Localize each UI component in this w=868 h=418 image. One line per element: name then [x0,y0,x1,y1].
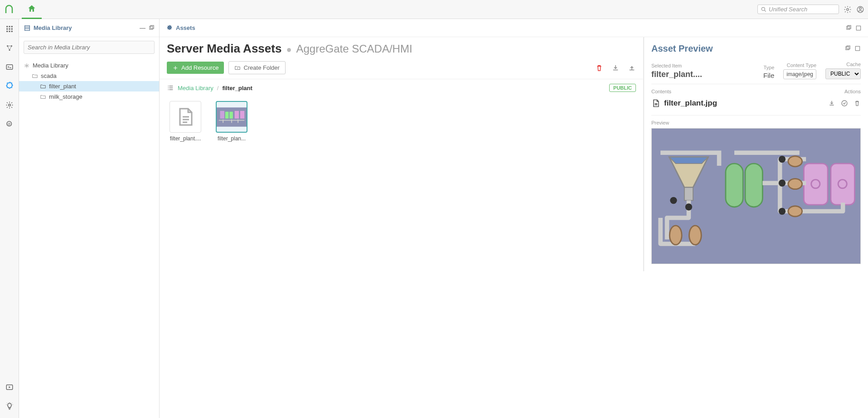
delete-icon[interactable] [853,100,861,107]
svg-rect-5 [6,26,8,27]
filename: filter_plant.jpg [664,99,717,108]
svg-point-55 [689,226,701,245]
tree-item-label: scada [41,72,57,79]
svg-point-27 [26,65,28,67]
tree-item-label: milk_storage [49,93,82,100]
create-folder-button[interactable]: Create Folder [228,61,285,74]
svg-rect-30 [856,26,860,30]
list-icon[interactable] [167,84,174,91]
search-icon [761,6,767,13]
app-logo [4,4,15,15]
svg-rect-6 [9,26,10,27]
folder-plus-icon [234,65,241,71]
add-resource-button[interactable]: Add Resource [167,62,224,74]
breadcrumb-current: filter_plant [222,85,252,91]
svg-point-0 [761,7,765,10]
svg-rect-43 [726,163,743,207]
rail-play-icon[interactable] [4,382,15,393]
popout-icon[interactable] [845,25,852,31]
preview-label: Preview [651,115,861,128]
rail-puzzle-icon[interactable] [4,81,15,91]
rail-gear-icon[interactable] [4,100,15,111]
tree-item-milk-storage[interactable]: milk_storage [19,91,159,102]
svg-rect-26 [150,25,154,29]
tree-item-filter-plant[interactable]: filter_plant [19,81,159,91]
tab-home[interactable] [22,0,42,19]
minimize-icon[interactable]: — [140,24,145,31]
svg-point-57 [788,179,802,189]
svg-rect-34 [229,111,233,118]
tree-root[interactable]: Media Library [19,60,159,71]
svg-point-2 [847,8,849,10]
svg-rect-39 [855,46,859,50]
grid-item-selected[interactable]: filter_plan... [213,101,250,142]
actions-label: Actions [844,89,861,94]
svg-point-18 [8,104,10,106]
tree-item-label: filter_plant [49,83,76,90]
svg-rect-32 [220,111,224,118]
maximize-icon[interactable] [855,25,862,31]
rail-terminal-icon[interactable] [4,62,15,72]
sidebar-search-input[interactable] [24,41,155,54]
rail-zoom-icon[interactable]: @ [4,119,15,130]
user-icon[interactable] [856,5,864,14]
svg-rect-35 [235,111,239,118]
unified-search[interactable]: Unified Search [757,5,839,14]
check-icon[interactable] [841,100,848,107]
asset-preview-panel: Asset Preview Selected Item filter_plant… [644,37,868,271]
svg-rect-33 [225,111,229,118]
sidebar: Media Library — Media Library scada filt… [19,19,160,418]
breadcrumb-root[interactable]: Media Library [178,85,213,91]
svg-point-40 [842,101,847,106]
content: Assets Server Media Assets ● AggreGate S… [160,19,868,418]
svg-point-58 [788,206,802,216]
breadcrumb-separator: / [217,85,219,91]
library-icon [24,24,31,32]
content-type-label: Content Type [783,62,816,68]
cache-select[interactable]: PUBLIC [825,68,861,79]
document-icon [175,106,196,128]
folder-icon [40,83,46,90]
svg-rect-45 [804,163,828,205]
upload-icon[interactable] [628,64,636,72]
cache-label: Cache [825,62,861,67]
file-icon [651,99,660,108]
rail-graph-icon[interactable] [4,43,15,53]
maximize-icon[interactable] [854,45,861,52]
svg-rect-36 [240,111,244,118]
popout-icon[interactable] [148,25,155,31]
settings-icon[interactable] [844,5,852,14]
svg-point-56 [788,156,802,167]
svg-line-1 [765,10,766,11]
tree-item-scada[interactable]: scada [19,71,159,81]
grid-item[interactable]: filter_plant.... [167,101,204,142]
page-subtitle: AggreGate SCADA/HMI [296,43,412,55]
sidebar-title: Media Library [34,24,72,31]
file-thumb [170,101,201,133]
svg-rect-42 [684,187,693,201]
svg-point-52 [779,180,786,187]
grid-item-label: filter_plant.... [167,135,204,142]
add-resource-label: Add Resource [181,64,218,71]
contents-label: Contents [651,89,671,94]
rail-apps-icon[interactable] [4,24,15,34]
plus-icon [172,65,179,71]
rail-bulb-icon[interactable] [4,401,15,412]
download-icon[interactable] [828,100,835,107]
svg-point-53 [779,208,786,215]
svg-rect-8 [6,29,8,30]
type-label: Type [763,65,774,70]
content-type-value: image/jpeg [783,69,816,79]
vertical-rail: @ [0,19,19,418]
delete-icon[interactable] [595,64,603,72]
public-badge: PUBLIC [609,84,636,92]
folder-icon [32,73,38,79]
section-title: Assets [176,24,195,31]
svg-rect-10 [11,29,12,30]
grid-item-label: filter_plan... [213,135,250,142]
image-thumb [216,101,247,133]
search-placeholder: Unified Search [769,6,807,13]
svg-rect-9 [9,29,10,30]
download-icon[interactable] [611,64,620,72]
popout-icon[interactable] [844,45,851,52]
